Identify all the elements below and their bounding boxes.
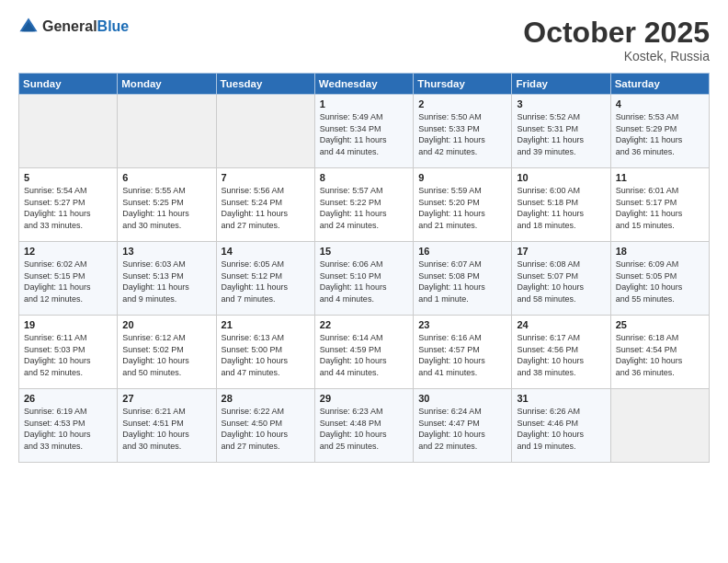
day-number: 17 xyxy=(517,246,605,257)
logo-blue: Blue xyxy=(97,17,130,35)
col-wednesday: Wednesday xyxy=(314,74,413,95)
logo-text: General Blue xyxy=(42,17,129,35)
day-number: 30 xyxy=(418,393,506,404)
day-number: 12 xyxy=(24,246,112,257)
table-row xyxy=(118,95,216,168)
table-row: 3Sunrise: 5:52 AM Sunset: 5:31 PM Daylig… xyxy=(512,95,610,168)
col-thursday: Thursday xyxy=(414,74,512,95)
calendar-week-row: 12Sunrise: 6:02 AM Sunset: 5:15 PM Dayli… xyxy=(19,242,710,316)
day-number: 8 xyxy=(320,172,408,183)
col-monday: Monday xyxy=(118,74,216,95)
day-info: Sunrise: 6:02 AM Sunset: 5:15 PM Dayligh… xyxy=(24,259,112,304)
day-info: Sunrise: 5:55 AM Sunset: 5:25 PM Dayligh… xyxy=(122,185,210,231)
day-info: Sunrise: 5:52 AM Sunset: 5:31 PM Dayligh… xyxy=(517,111,605,157)
table-row xyxy=(610,389,709,463)
col-tuesday: Tuesday xyxy=(216,74,314,95)
table-row: 1Sunrise: 5:49 AM Sunset: 5:34 PM Daylig… xyxy=(314,95,413,168)
day-info: Sunrise: 6:13 AM Sunset: 5:00 PM Dayligh… xyxy=(222,332,310,378)
table-row: 26Sunrise: 6:19 AM Sunset: 4:53 PM Dayli… xyxy=(19,389,118,463)
day-info: Sunrise: 6:18 AM Sunset: 4:54 PM Dayligh… xyxy=(616,332,704,378)
day-number: 9 xyxy=(418,172,506,183)
day-number: 11 xyxy=(616,172,704,183)
table-row: 30Sunrise: 6:24 AM Sunset: 4:47 PM Dayli… xyxy=(414,389,512,463)
day-info: Sunrise: 6:09 AM Sunset: 5:05 PM Dayligh… xyxy=(616,259,704,304)
day-info: Sunrise: 5:59 AM Sunset: 5:20 PM Dayligh… xyxy=(418,185,506,231)
day-number: 20 xyxy=(122,319,210,330)
calendar-week-row: 19Sunrise: 6:11 AM Sunset: 5:03 PM Dayli… xyxy=(19,316,710,389)
day-number: 22 xyxy=(320,319,408,330)
day-number: 27 xyxy=(122,393,210,404)
table-row: 15Sunrise: 6:06 AM Sunset: 5:10 PM Dayli… xyxy=(314,242,413,316)
table-row: 5Sunrise: 5:54 AM Sunset: 5:27 PM Daylig… xyxy=(19,168,118,242)
day-info: Sunrise: 5:53 AM Sunset: 5:29 PM Dayligh… xyxy=(616,111,704,157)
calendar-header-row: Sunday Monday Tuesday Wednesday Thursday… xyxy=(19,74,710,95)
logo-general: General xyxy=(42,17,97,35)
day-info: Sunrise: 6:17 AM Sunset: 4:56 PM Dayligh… xyxy=(517,332,605,378)
day-number: 5 xyxy=(24,172,112,183)
day-number: 6 xyxy=(122,172,210,183)
day-info: Sunrise: 6:03 AM Sunset: 5:13 PM Dayligh… xyxy=(122,259,210,304)
logo: General Blue xyxy=(18,17,129,37)
calendar: Sunday Monday Tuesday Wednesday Thursday… xyxy=(18,73,710,463)
day-info: Sunrise: 6:05 AM Sunset: 5:12 PM Dayligh… xyxy=(222,259,310,304)
day-number: 29 xyxy=(320,393,408,404)
day-info: Sunrise: 6:24 AM Sunset: 4:47 PM Dayligh… xyxy=(418,406,506,452)
table-row: 27Sunrise: 6:21 AM Sunset: 4:51 PM Dayli… xyxy=(118,389,216,463)
table-row: 31Sunrise: 6:26 AM Sunset: 4:46 PM Dayli… xyxy=(512,389,610,463)
day-info: Sunrise: 6:00 AM Sunset: 5:18 PM Dayligh… xyxy=(517,185,605,231)
col-friday: Friday xyxy=(512,74,610,95)
table-row: 7Sunrise: 5:56 AM Sunset: 5:24 PM Daylig… xyxy=(216,168,314,242)
table-row: 29Sunrise: 6:23 AM Sunset: 4:48 PM Dayli… xyxy=(314,389,413,463)
table-row: 13Sunrise: 6:03 AM Sunset: 5:13 PM Dayli… xyxy=(118,242,216,316)
table-row: 8Sunrise: 5:57 AM Sunset: 5:22 PM Daylig… xyxy=(314,168,413,242)
day-info: Sunrise: 6:07 AM Sunset: 5:08 PM Dayligh… xyxy=(418,259,506,304)
day-info: Sunrise: 6:06 AM Sunset: 5:10 PM Dayligh… xyxy=(320,259,408,304)
table-row: 18Sunrise: 6:09 AM Sunset: 5:05 PM Dayli… xyxy=(610,242,709,316)
day-number: 28 xyxy=(222,393,310,404)
page: General Blue October 2025 Kostek, Russia… xyxy=(0,0,728,563)
location: Kostek, Russia xyxy=(523,49,710,63)
table-row: 6Sunrise: 5:55 AM Sunset: 5:25 PM Daylig… xyxy=(118,168,216,242)
day-info: Sunrise: 5:50 AM Sunset: 5:33 PM Dayligh… xyxy=(418,111,506,157)
day-info: Sunrise: 6:16 AM Sunset: 4:57 PM Dayligh… xyxy=(418,332,506,378)
table-row: 12Sunrise: 6:02 AM Sunset: 5:15 PM Dayli… xyxy=(19,242,118,316)
table-row: 16Sunrise: 6:07 AM Sunset: 5:08 PM Dayli… xyxy=(414,242,512,316)
month-title: October 2025 xyxy=(523,17,710,49)
table-row: 28Sunrise: 6:22 AM Sunset: 4:50 PM Dayli… xyxy=(216,389,314,463)
day-number: 4 xyxy=(616,98,704,109)
table-row: 25Sunrise: 6:18 AM Sunset: 4:54 PM Dayli… xyxy=(610,316,709,389)
day-number: 7 xyxy=(222,172,310,183)
day-info: Sunrise: 6:14 AM Sunset: 4:59 PM Dayligh… xyxy=(320,332,408,378)
table-row: 11Sunrise: 6:01 AM Sunset: 5:17 PM Dayli… xyxy=(610,168,709,242)
day-number: 1 xyxy=(320,98,408,109)
table-row xyxy=(216,95,314,168)
table-row: 21Sunrise: 6:13 AM Sunset: 5:00 PM Dayli… xyxy=(216,316,314,389)
day-number: 24 xyxy=(517,319,605,330)
table-row: 22Sunrise: 6:14 AM Sunset: 4:59 PM Dayli… xyxy=(314,316,413,389)
table-row: 20Sunrise: 6:12 AM Sunset: 5:02 PM Dayli… xyxy=(118,316,216,389)
calendar-week-row: 1Sunrise: 5:49 AM Sunset: 5:34 PM Daylig… xyxy=(19,95,710,168)
day-info: Sunrise: 6:08 AM Sunset: 5:07 PM Dayligh… xyxy=(517,259,605,304)
col-sunday: Sunday xyxy=(19,74,118,95)
table-row xyxy=(19,95,118,168)
day-info: Sunrise: 6:11 AM Sunset: 5:03 PM Dayligh… xyxy=(24,332,112,378)
day-info: Sunrise: 6:12 AM Sunset: 5:02 PM Dayligh… xyxy=(122,332,210,378)
day-number: 2 xyxy=(418,98,506,109)
day-info: Sunrise: 6:23 AM Sunset: 4:48 PM Dayligh… xyxy=(320,406,408,452)
day-info: Sunrise: 6:19 AM Sunset: 4:53 PM Dayligh… xyxy=(24,406,112,452)
day-number: 25 xyxy=(616,319,704,330)
day-info: Sunrise: 5:54 AM Sunset: 5:27 PM Dayligh… xyxy=(24,185,112,231)
day-number: 31 xyxy=(517,393,605,404)
day-number: 15 xyxy=(320,246,408,257)
day-info: Sunrise: 5:57 AM Sunset: 5:22 PM Dayligh… xyxy=(320,185,408,231)
day-number: 21 xyxy=(222,319,310,330)
header: General Blue October 2025 Kostek, Russia xyxy=(18,17,710,63)
table-row: 2Sunrise: 5:50 AM Sunset: 5:33 PM Daylig… xyxy=(414,95,512,168)
day-number: 10 xyxy=(517,172,605,183)
day-number: 3 xyxy=(517,98,605,109)
table-row: 14Sunrise: 6:05 AM Sunset: 5:12 PM Dayli… xyxy=(216,242,314,316)
day-number: 14 xyxy=(222,246,310,257)
day-number: 26 xyxy=(24,393,112,404)
calendar-week-row: 5Sunrise: 5:54 AM Sunset: 5:27 PM Daylig… xyxy=(19,168,710,242)
day-info: Sunrise: 5:49 AM Sunset: 5:34 PM Dayligh… xyxy=(320,111,408,157)
